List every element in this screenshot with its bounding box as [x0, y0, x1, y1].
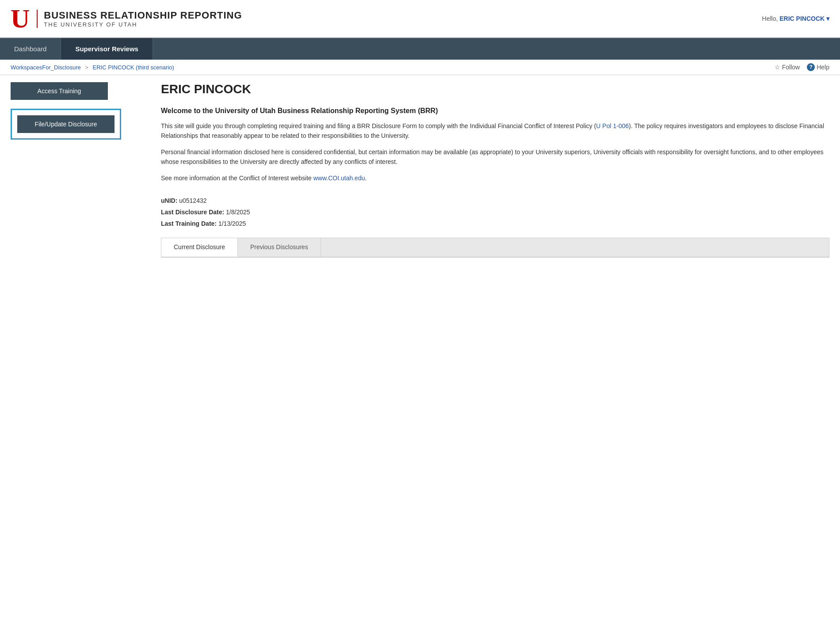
logo-text-block: Business Relationship Reporting The Univ… [37, 10, 242, 28]
main-content: Access Training File/Update Disclosure E… [0, 75, 840, 265]
page-header: U Business Relationship Reporting The Un… [0, 0, 840, 38]
app-title: Business Relationship Reporting [44, 10, 242, 21]
university-name: The University of Utah [44, 21, 242, 28]
help-label: Help [817, 64, 829, 71]
username-link[interactable]: ERIC PINCOCK ▾ [779, 15, 829, 22]
uid-label: uNID: [161, 197, 177, 204]
paragraph-1: This site will guide you through complet… [161, 121, 829, 141]
person-name: ERIC PINCOCK [161, 82, 829, 96]
file-update-highlight-box: File/Update Disclosure [11, 109, 121, 140]
breadcrumb-separator: > [85, 64, 88, 71]
coi-link[interactable]: www.COI.utah.edu [313, 175, 365, 182]
breadcrumb-bar: WorkspacesFor_Disclosure > ERIC PINCOCK … [0, 60, 840, 75]
breadcrumb-current[interactable]: ERIC PINCOCK (third scenario) [93, 64, 174, 71]
follow-button[interactable]: ☆ Follow [775, 64, 800, 71]
follow-label: Follow [782, 64, 800, 71]
tabs-header: Current Disclosure Previous Disclosures [161, 238, 829, 257]
user-info-section: uNID: u0512432 Last Disclosure Date: 1/8… [161, 197, 829, 227]
tabs-container: Current Disclosure Previous Disclosures [161, 238, 829, 258]
user-greeting: Hello, ERIC PINCOCK ▾ [762, 15, 829, 22]
last-training-label: Last Training Date: [161, 220, 217, 227]
last-training-value-text: 1/13/2025 [218, 220, 246, 227]
paragraph-3-prefix: See more information at the Conflict of … [161, 175, 312, 182]
last-disclosure-value-text: 1/8/2025 [226, 209, 250, 216]
uid-value-text: u0512432 [179, 197, 206, 204]
breadcrumb-actions: ☆ Follow ? Help [775, 63, 829, 71]
paragraph-3-suffix: . [365, 175, 367, 182]
paragraph-2: Personal financial information disclosed… [161, 147, 829, 167]
policy-link[interactable]: U Pol 1-006 [596, 122, 629, 129]
tab-current-disclosure[interactable]: Current Disclosure [161, 238, 238, 257]
breadcrumb-root[interactable]: WorkspacesFor_Disclosure [11, 64, 81, 71]
nav-dashboard[interactable]: Dashboard [0, 38, 61, 60]
greeting-text: Hello, [762, 15, 778, 22]
paragraph-3: See more information at the Conflict of … [161, 173, 829, 183]
logo-area: U Business Relationship Reporting The Un… [11, 5, 242, 32]
last-training-row: Last Training Date: 1/13/2025 [161, 220, 829, 227]
breadcrumb: WorkspacesFor_Disclosure > ERIC PINCOCK … [11, 64, 174, 71]
username-label[interactable]: ERIC PINCOCK ▾ [779, 15, 829, 22]
help-button[interactable]: ? Help [807, 63, 829, 71]
star-icon: ☆ [775, 64, 780, 71]
nav-supervisor-reviews[interactable]: Supervisor Reviews [61, 38, 153, 60]
help-icon: ? [807, 63, 815, 71]
content-area: ERIC PINCOCK Welcome to the University o… [152, 82, 829, 258]
file-update-disclosure-button[interactable]: File/Update Disclosure [17, 115, 115, 133]
last-disclosure-row: Last Disclosure Date: 1/8/2025 [161, 209, 829, 216]
access-training-button[interactable]: Access Training [11, 82, 108, 100]
university-logo-u: U [11, 5, 30, 32]
tab-previous-disclosures[interactable]: Previous Disclosures [238, 238, 321, 257]
main-nav: Dashboard Supervisor Reviews [0, 38, 840, 60]
sidebar: Access Training File/Update Disclosure [11, 82, 152, 258]
welcome-heading: Welcome to the University of Utah Busine… [161, 107, 829, 115]
last-disclosure-label: Last Disclosure Date: [161, 209, 224, 216]
uid-row: uNID: u0512432 [161, 197, 829, 204]
